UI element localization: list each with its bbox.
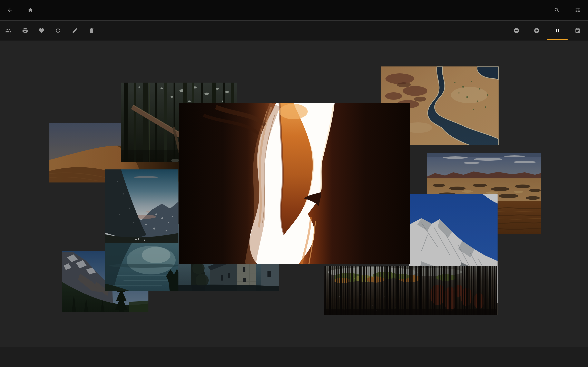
add-circle-icon xyxy=(534,27,540,34)
photo-antelope-canyon[interactable] xyxy=(179,103,410,264)
print-button[interactable] xyxy=(21,26,30,35)
trash-icon xyxy=(89,27,95,34)
remove-circle-icon xyxy=(513,27,519,34)
zoom-out-button[interactable] xyxy=(512,26,521,35)
notification-bar: 2 First Line of Text Second line of text xyxy=(0,347,588,367)
tune-sliders-icon xyxy=(575,7,581,13)
people-button[interactable] xyxy=(4,26,13,35)
home-icon xyxy=(27,7,34,13)
zoom-in-button[interactable] xyxy=(532,26,541,35)
people-icon xyxy=(5,27,11,34)
search-button[interactable] xyxy=(553,6,562,15)
photo-burned-forest[interactable] xyxy=(324,266,497,315)
action-toolbar xyxy=(0,20,588,41)
pause-button[interactable] xyxy=(553,26,562,35)
refresh-button[interactable] xyxy=(53,26,62,35)
search-icon xyxy=(554,7,560,13)
back-button[interactable] xyxy=(6,6,15,15)
pencil-icon xyxy=(72,27,78,34)
pause-icon xyxy=(555,28,560,33)
printer-icon xyxy=(22,27,28,34)
delete-button[interactable] xyxy=(87,26,96,35)
refresh-icon xyxy=(55,27,61,34)
top-bar xyxy=(0,0,588,20)
heart-icon xyxy=(38,27,44,34)
photo-app-window: 2 First Line of Text Second line of text xyxy=(0,0,588,367)
edit-button[interactable] xyxy=(70,26,79,35)
calendar-icon xyxy=(575,28,580,33)
photo-alpine-lake[interactable] xyxy=(105,169,178,291)
filters-button[interactable] xyxy=(573,6,582,15)
back-arrow-icon xyxy=(7,7,13,13)
favorite-button[interactable] xyxy=(37,26,46,35)
photo-collage xyxy=(0,41,588,347)
calendar-button[interactable] xyxy=(573,26,582,35)
pause-active-indicator xyxy=(547,39,568,40)
home-button[interactable] xyxy=(26,6,35,15)
